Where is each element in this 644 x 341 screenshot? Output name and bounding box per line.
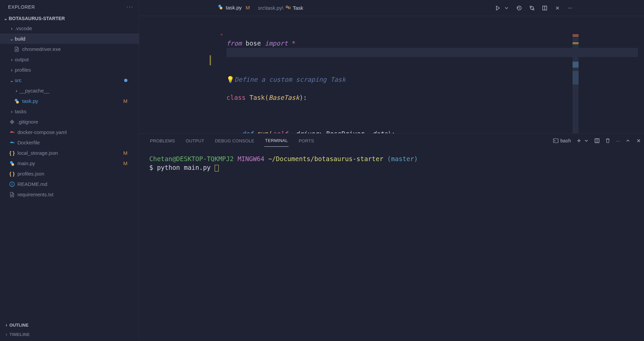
folder-item[interactable]: ›tasks — [0, 106, 139, 117]
file-icon — [13, 98, 20, 104]
file-item[interactable]: requirements.txt — [0, 189, 139, 200]
chevron-down-icon: ⌄ — [3, 16, 9, 21]
item-label: profiles — [15, 67, 136, 73]
tab-filename: task.py — [226, 5, 242, 10]
modified-dot-icon — [124, 79, 127, 82]
svg-point-6 — [11, 163, 14, 166]
folder-item[interactable]: ⌄build — [0, 33, 139, 44]
item-label: docker-compose.yaml — [17, 129, 136, 135]
timeline-section[interactable]: › TIMELINE — [3, 330, 136, 339]
svg-point-19 — [530, 6, 531, 7]
file-tree: ›.vscode⌄buildchromedriver.exe›output›pr… — [0, 23, 139, 318]
chevron-right-icon: › — [3, 322, 9, 328]
file-item[interactable]: { }profiles.json — [0, 168, 139, 179]
git-status: M — [123, 150, 128, 156]
tab-problems[interactable]: PROBLEMS — [149, 135, 176, 147]
folder-item[interactable]: ›.vscode — [0, 23, 139, 33]
tab-terminal[interactable]: TERMINAL — [264, 135, 288, 147]
editor-tab[interactable]: task.py M — [213, 0, 255, 16]
panel-more-icon[interactable]: ··· — [616, 138, 620, 143]
file-item[interactable]: task.pyM — [0, 96, 139, 106]
split-terminal-icon[interactable] — [594, 138, 600, 143]
lightbulb-icon[interactable]: 💡 — [226, 75, 234, 84]
chevron-icon: ⌄ — [9, 36, 15, 42]
terminal-command: python main.py — [157, 164, 211, 171]
folder-item[interactable]: ›__pycache__ — [0, 85, 139, 96]
item-label: README.md — [17, 181, 136, 187]
trash-icon[interactable] — [605, 138, 610, 143]
item-label: .gitignore — [17, 119, 136, 125]
svg-point-14 — [220, 7, 222, 9]
editor-actions: ··· — [494, 0, 574, 16]
run-button[interactable] — [494, 5, 501, 11]
tab-output[interactable]: OUTPUT — [185, 135, 205, 147]
terminal-content[interactable]: Chetan@DESKTOP-TQKMPJ2 MINGW64 ~/Documen… — [147, 148, 644, 341]
item-label: output — [15, 57, 136, 62]
terminal-dropdown-icon[interactable] — [584, 138, 589, 143]
chevron-right-icon: › — [3, 332, 9, 337]
item-label: Dockerfile — [17, 140, 136, 145]
history-icon[interactable] — [516, 5, 523, 11]
svg-point-20 — [533, 9, 534, 10]
tab-ports[interactable]: PORTS — [298, 135, 315, 147]
file-item[interactable]: Dockerfile — [0, 137, 139, 148]
item-label: chromedriver.exe — [22, 46, 136, 52]
shell-selector[interactable]: bash — [553, 138, 571, 143]
outline-label: OUTLINE — [9, 323, 29, 328]
file-icon: { } — [9, 150, 15, 156]
file-item[interactable]: README.md — [0, 179, 139, 189]
sidebar-footer: › OUTLINE › TIMELINE — [0, 318, 139, 341]
file-icon — [9, 192, 15, 197]
close-icon[interactable] — [554, 5, 561, 11]
outline-section[interactable]: › OUTLINE — [3, 320, 136, 330]
file-icon — [9, 130, 15, 135]
explorer-sidebar: EXPLORER ··· ⌄ BOTASAURUS-STARTER ›.vsco… — [0, 0, 139, 341]
svg-rect-16 — [288, 7, 290, 9]
item-label: local_storage.json — [17, 150, 123, 156]
terminal-path: ~/Documents/botasaurus-starter — [268, 155, 383, 162]
breadcrumb-class: Task — [293, 5, 303, 11]
project-root[interactable]: ⌄ BOTASAURUS-STARTER — [0, 14, 139, 23]
new-terminal-icon[interactable] — [576, 138, 582, 143]
folder-item[interactable]: ›profiles — [0, 65, 139, 75]
sidebar-more-icon[interactable]: ··· — [126, 3, 133, 10]
file-icon — [9, 140, 15, 145]
folder-item[interactable]: ›output — [0, 54, 139, 65]
git-compare-icon[interactable] — [529, 5, 535, 11]
file-icon — [13, 47, 20, 52]
file-item[interactable]: .gitignore — [0, 117, 139, 127]
breadcrumb[interactable]: src\task.py\ Task — [258, 5, 303, 11]
close-panel-icon[interactable] — [636, 138, 641, 143]
svg-point-4 — [16, 101, 19, 104]
panel-tabs: PROBLEMS OUTPUT DEBUG CONSOLE TERMINAL P… — [147, 134, 644, 148]
folder-item[interactable]: ⌄src — [0, 75, 139, 85]
run-dropdown-icon[interactable] — [503, 5, 510, 11]
split-editor-icon[interactable] — [541, 5, 548, 11]
svg-rect-23 — [553, 139, 558, 143]
code-content: from bose import * 💡Define a custom scra… — [226, 21, 644, 133]
explorer-title: EXPLORER — [8, 4, 35, 10]
item-label: .vscode — [15, 25, 136, 31]
chevron-icon: › — [9, 67, 15, 73]
shell-name: bash — [560, 138, 571, 143]
git-status: M — [123, 98, 128, 104]
chevron-up-icon[interactable] — [625, 138, 631, 143]
class-icon — [285, 5, 291, 11]
tab-debug-console[interactable]: DEBUG CONSOLE — [214, 135, 255, 147]
python-icon — [218, 4, 223, 11]
code-editor[interactable]: ▶ from bose import * 💡Define a custom sc… — [139, 16, 644, 133]
fold-icon[interactable]: ▶ — [213, 30, 223, 39]
more-actions-icon[interactable]: ··· — [567, 5, 574, 11]
main-area: task.py M src\task.py\ Task ··· ▶ — [139, 0, 644, 341]
tab-modified-status: M — [246, 5, 250, 10]
project-name: BOTASAURUS-STARTER — [9, 16, 65, 21]
terminal-cursor — [215, 165, 219, 172]
file-item[interactable]: main.pyM — [0, 158, 139, 168]
file-item[interactable]: chromedriver.exe — [0, 44, 139, 54]
gutter: ▶ — [213, 21, 226, 133]
file-item[interactable]: docker-compose.yaml — [0, 127, 139, 137]
file-item[interactable]: { }local_storage.jsonM — [0, 148, 139, 158]
terminal-user: Chetan@DESKTOP-TQKMPJ2 — [149, 155, 234, 162]
item-label: __pycache__ — [19, 88, 136, 93]
item-label: task.py — [22, 98, 123, 104]
